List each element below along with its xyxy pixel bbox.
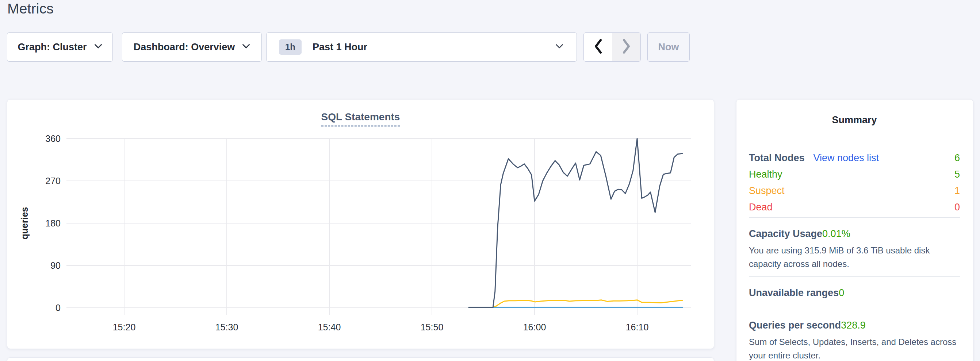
suspect-label: Suspect — [749, 183, 785, 199]
summary-title: Summary — [749, 114, 960, 126]
nodes-summary: Total Nodes View nodes list 6 Healthy 5 … — [749, 150, 960, 215]
time-range-selector[interactable]: 1h Past 1 Hour — [266, 32, 577, 62]
sql-statements-chart: 09018027036015:2015:3015:4015:5016:0016:… — [7, 100, 714, 349]
capacity-usage-value: 0.01% — [822, 228, 850, 240]
time-step-buttons — [584, 32, 641, 62]
view-nodes-list-link[interactable]: View nodes list — [813, 150, 879, 166]
healthy-value: 5 — [955, 166, 960, 183]
next-chart-card — [7, 357, 714, 361]
series-line-yellow — [469, 300, 682, 308]
unavailable-ranges-label: Unavailable ranges — [749, 287, 839, 299]
divider — [749, 217, 960, 218]
y-tick-label: 360 — [45, 133, 60, 144]
x-tick-label: 15:50 — [421, 322, 444, 332]
y-tick-label: 0 — [56, 302, 60, 313]
prev-time-button[interactable] — [584, 33, 612, 61]
divider — [749, 309, 960, 309]
divider — [749, 276, 960, 277]
next-time-button[interactable] — [612, 33, 640, 61]
graph-selector-dropdown[interactable]: Graph: Cluster — [7, 32, 113, 62]
dead-value: 0 — [955, 199, 960, 215]
queries-per-second-value: 328.9 — [841, 319, 866, 331]
unavailable-ranges-value: 0 — [839, 287, 844, 299]
page-title: Metrics — [7, 1, 54, 17]
chevron-down-icon — [242, 44, 250, 50]
graph-selector-label: Graph: Cluster — [18, 41, 86, 53]
time-range-label: Past 1 Hour — [313, 41, 368, 53]
capacity-usage-description: You are using 315.9 MiB of 3.6 TiB usabl… — [749, 244, 960, 271]
healthy-label: Healthy — [749, 166, 783, 183]
queries-per-second-row: Queries per second 328.9 — [749, 319, 960, 331]
dead-label: Dead — [749, 199, 773, 215]
queries-per-second-description: Sum of Selects, Updates, Inserts, and De… — [749, 335, 960, 361]
unavailable-ranges-row: Unavailable ranges 0 — [749, 287, 960, 299]
total-nodes-value: 6 — [955, 150, 960, 166]
chevron-left-icon — [593, 38, 603, 56]
y-tick-label: 180 — [45, 218, 60, 228]
x-tick-label: 16:00 — [523, 322, 546, 332]
dashboard-selector-label: Dashboard: Overview — [134, 41, 235, 53]
summary-panel: Summary Total Nodes View nodes list 6 He… — [736, 99, 974, 361]
capacity-usage-row: Capacity Usage 0.01% — [749, 228, 960, 240]
total-nodes-row: Total Nodes View nodes list 6 — [749, 150, 960, 166]
x-tick-label: 16:10 — [626, 322, 649, 332]
queries-per-second-label: Queries per second — [749, 319, 841, 331]
total-nodes-label: Total Nodes — [749, 150, 805, 166]
capacity-usage-label: Capacity Usage — [749, 228, 822, 240]
y-tick-label: 270 — [45, 176, 60, 186]
sql-statements-chart-card: SQL Statements queries 09018027036015:20… — [7, 99, 714, 349]
dashboard-selector-dropdown[interactable]: Dashboard: Overview — [122, 32, 262, 62]
suspect-value: 1 — [955, 183, 960, 199]
healthy-nodes-row: Healthy 5 — [749, 166, 960, 183]
now-button[interactable]: Now — [648, 32, 690, 62]
y-tick-label: 90 — [50, 260, 60, 271]
chevron-down-icon — [94, 44, 102, 50]
time-range-badge: 1h — [279, 40, 302, 55]
dead-nodes-row: Dead 0 — [749, 199, 960, 215]
x-tick-label: 15:30 — [215, 322, 239, 332]
x-tick-label: 15:40 — [318, 322, 341, 332]
x-tick-label: 15:20 — [113, 322, 136, 332]
chevron-down-icon — [555, 44, 563, 50]
suspect-nodes-row: Suspect 1 — [749, 183, 960, 199]
chevron-right-icon — [622, 38, 632, 56]
